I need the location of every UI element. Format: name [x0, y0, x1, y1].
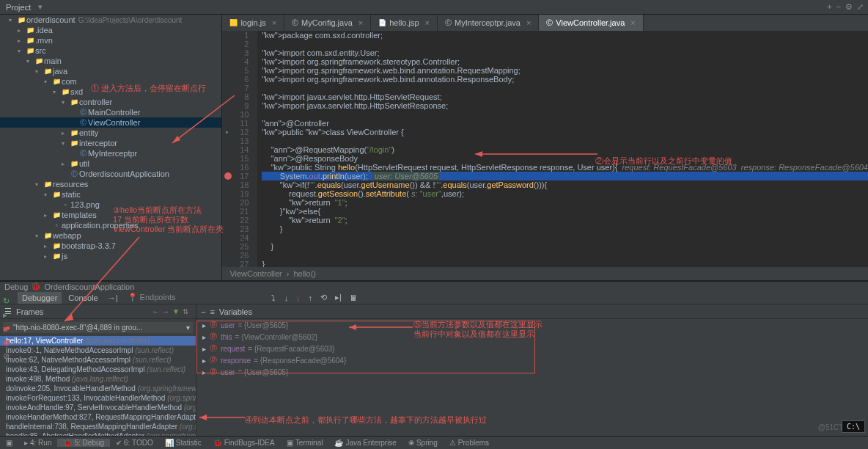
variable-item[interactable]: ▸ⓟuser = {User@5605} — [196, 366, 868, 378]
bottom-item[interactable]: 📊Statistic — [159, 439, 207, 447]
tree-item[interactable]: ⒸMainController — [0, 107, 221, 117]
tree-item[interactable]: ▸📁js — [0, 251, 221, 261]
dropdown-icon[interactable]: ▾ — [38, 2, 43, 12]
minus-icon[interactable]: − — [201, 307, 205, 316]
vars-icon: ≡ — [210, 307, 214, 316]
debug-tabs[interactable]: Debugger Console →| 📍 Endpoints ⤵ ↓ ↓ ↑ … — [0, 291, 868, 304]
bottom-item[interactable]: ▣Terminal — [281, 439, 329, 447]
editor-tab[interactable]: 🟨login.js× — [222, 15, 284, 31]
tree-item[interactable]: ▾📁static — [0, 189, 221, 200]
debug-side-toolbar[interactable]: ↻ ▸ ■ ◉ ⊘ — [3, 296, 10, 361]
frame-item[interactable]: invoke:43, DelegatingMethodAccessorImpl … — [0, 365, 196, 374]
bottom-corner-icon[interactable]: ▣ — [0, 439, 18, 447]
gear-icon[interactable]: ⚙ — [845, 2, 853, 12]
force-step-icon[interactable]: ↓ — [293, 293, 304, 302]
frames-title: Frames — [16, 307, 43, 316]
thread-selector[interactable]: ● "http-nio-8080-exec-8"@4,889 in grou..… — [3, 322, 193, 333]
bottom-item[interactable]: ▸4: Run — [18, 439, 57, 447]
tree-item[interactable]: ▾📁main — [0, 56, 221, 66]
tree-item[interactable]: ▸📁templates — [0, 210, 221, 220]
step-over-icon[interactable]: ⤵ — [268, 293, 279, 302]
tab-debugger[interactable]: Debugger — [18, 292, 62, 304]
frame-item[interactable]: doInvoke:205, InvocableHandlerMethod (or… — [0, 384, 196, 393]
tree-item[interactable]: ▫application.properties — [0, 220, 221, 230]
tree-item[interactable]: ▾📁orderdiscountG:\IdeaProjects\A\orderdi… — [0, 15, 221, 25]
tree-item[interactable]: ▾📁src — [0, 45, 221, 56]
evaluate-icon[interactable]: 🖩 — [347, 293, 361, 302]
step-out-icon[interactable]: ↑ — [305, 293, 315, 302]
frame-item[interactable]: hello:17, ViewController (com.sxd.contro… — [0, 336, 196, 346]
tree-item[interactable]: ▾📁controller — [0, 97, 221, 107]
output-icon[interactable]: →| — [105, 293, 121, 302]
tree-item[interactable]: ▾📁com — [0, 76, 221, 87]
bottom-item[interactable]: ✔6: TODO — [110, 439, 159, 447]
debug-header: Debug 🐞 OrderdiscountApplication — [0, 282, 868, 291]
tree-item[interactable]: ▸📁entity — [0, 128, 221, 138]
step-into-icon[interactable]: ↓ — [281, 293, 291, 302]
debug-panel: Debug 🐞 OrderdiscountApplication Debugge… — [0, 280, 868, 449]
stop-icon[interactable]: ■ — [3, 324, 10, 333]
add-icon[interactable]: + — [827, 2, 831, 12]
bottom-item[interactable]: 🐞5: Debug — [57, 439, 110, 447]
tree-item[interactable]: ▸📁.mvn — [0, 35, 221, 45]
editor-tab[interactable]: 📄hello.jsp× — [371, 15, 438, 31]
frame-item[interactable]: invoke:498, Method (java.lang.reflect) — [0, 374, 196, 384]
variable-item[interactable]: ▸ⓟresponse = {ResponseFacade@5604} — [196, 354, 868, 366]
prev-frame-icon[interactable]: ← — [152, 307, 159, 315]
tree-item[interactable]: ⒸMyInterceptpr — [0, 148, 221, 158]
breadcrumb-class[interactable]: ViewController — [229, 269, 282, 278]
frame-item[interactable]: invokeAndHandle:97, ServletInvocableHand… — [0, 403, 196, 412]
expand-icon[interactable]: ⤢ — [857, 2, 864, 12]
filter-icon[interactable]: ▼ — [172, 307, 180, 315]
mute-icon[interactable]: ⊘ — [3, 351, 10, 361]
tree-item[interactable]: ⒸOrderdiscountApplication — [0, 169, 221, 179]
frame-item[interactable]: invokeForRequest:133, InvocableHandlerMe… — [0, 393, 196, 403]
drop-frame-icon[interactable]: ⟲ — [317, 293, 330, 302]
project-title: Project — [0, 3, 37, 12]
editor-tab[interactable]: ⒸMyInterceptpr.java× — [438, 15, 539, 31]
debug-app: OrderdiscountApplication — [44, 282, 134, 291]
bottom-item[interactable]: ☕Java Enterprise — [328, 439, 402, 447]
frame-item[interactable]: invokeHandlerMethod:827, RequestMappingH… — [0, 412, 196, 422]
breakpoints-icon[interactable]: ◉ — [3, 337, 10, 347]
tree-item[interactable]: ▾📁java — [0, 66, 221, 76]
run-to-cursor-icon[interactable]: ▸| — [332, 293, 345, 302]
project-tree[interactable]: ▾📁orderdiscountG:\IdeaProjects\A\orderdi… — [0, 15, 222, 280]
editor: 🟨login.js×ⒸMyConfig.java×📄hello.jsp×ⒸMyI… — [222, 15, 868, 280]
gutter[interactable]: 1234567891011⬥12131415161718192021222324… — [222, 31, 257, 267]
next-frame-icon[interactable]: → — [162, 307, 169, 315]
variable-item[interactable]: ▸ⓟuser = {User@5605} — [196, 319, 868, 331]
variable-item[interactable]: ▸ⓟthis = {ViewController@5602} — [196, 331, 868, 343]
tree-item[interactable]: ▸📁util — [0, 158, 221, 169]
bottom-item[interactable]: 🐞FindBugs-IDEA — [207, 439, 281, 447]
variables-title: Variables — [219, 307, 252, 316]
editor-tab[interactable]: ⒸMyConfig.java× — [284, 15, 371, 31]
tree-item[interactable]: ▾📁interceptor — [0, 138, 221, 148]
bottom-item[interactable]: ⚠Problems — [444, 439, 495, 447]
frame-item[interactable]: invoke0:-1, NativeMethodAccessorImpl (su… — [0, 346, 196, 355]
bottom-toolbar[interactable]: ▣ ▸4: Run🐞5: Debug✔6: TODO📊Statistic🐞Fin… — [0, 436, 868, 449]
tree-item[interactable]: ▾📁webapp — [0, 230, 221, 241]
tree-item[interactable]: ▸📁.idea — [0, 25, 221, 35]
tab-endpoints[interactable]: 📍 Endpoints — [123, 291, 180, 304]
tree-item[interactable]: ▫123.png — [0, 200, 221, 210]
frames-panel: ☰ Frames ← → ▼ ⇅ ● "http-nio-8080-exec-8… — [0, 304, 196, 449]
variable-item[interactable]: ▸ⓟrequest = {RequestFacade@5603} — [196, 343, 868, 354]
minus-icon[interactable]: − — [836, 2, 841, 12]
tab-console[interactable]: Console — [64, 292, 102, 304]
breadcrumb-method[interactable]: hello() — [293, 269, 316, 278]
editor-tabs[interactable]: 🟨login.js×ⒸMyConfig.java×📄hello.jsp×ⒸMyI… — [222, 15, 868, 31]
sort-icon[interactable]: ⇅ — [183, 307, 188, 315]
frame-item[interactable]: invoke:62, NativeMethodAccessorImpl (sun… — [0, 355, 196, 365]
tree-item[interactable]: ⒸViewController — [0, 117, 221, 128]
breadcrumb[interactable]: ViewController › hello() — [222, 267, 868, 280]
tree-item[interactable]: ▸📁bootstrap-3.3.7 — [0, 241, 221, 251]
tree-item[interactable]: ▾📁sxd — [0, 87, 221, 97]
code[interactable]: "kw">package com.sxd.controller; "kw">im… — [257, 31, 868, 267]
tree-item[interactable]: ▾📁resources — [0, 179, 221, 189]
rerun-icon[interactable]: ↻ — [3, 296, 10, 306]
resume-icon[interactable]: ▸ — [3, 310, 10, 320]
editor-tab[interactable]: ⒸViewController.java× — [539, 15, 643, 31]
bottom-item[interactable]: ❀Spring — [402, 439, 444, 447]
frame-item[interactable]: handleInternal:738, RequestMappingHandle… — [0, 422, 196, 431]
